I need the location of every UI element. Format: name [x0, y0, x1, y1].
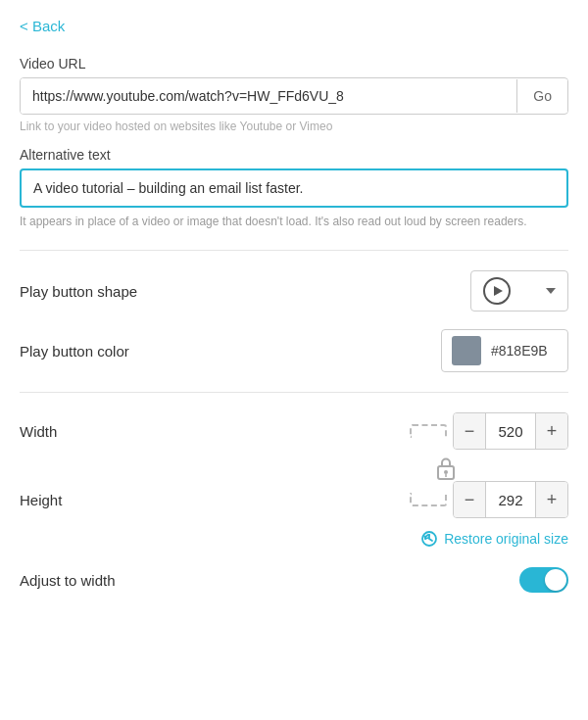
video-url-input[interactable]	[21, 78, 516, 114]
restore-icon	[420, 530, 438, 548]
chevron-down-icon	[546, 288, 556, 294]
restore-label: Restore original size	[444, 531, 568, 547]
width-increase-button[interactable]: +	[536, 413, 567, 449]
video-url-label: Video URL	[20, 56, 568, 72]
back-button[interactable]: < Back	[20, 18, 65, 34]
restore-size-button[interactable]: Restore original size	[420, 530, 568, 548]
play-circle-icon	[483, 277, 511, 305]
dashed-bracket-bottom	[410, 493, 447, 506]
height-increase-button[interactable]: +	[536, 482, 567, 517]
video-url-hint: Link to your video hosted on websites li…	[20, 120, 568, 133]
height-input[interactable]	[485, 482, 536, 517]
svg-point-1	[444, 470, 448, 474]
play-color-row: Play button color #818E9B	[20, 329, 568, 372]
divider-2	[20, 392, 568, 393]
video-url-row: Go	[20, 77, 568, 115]
alt-text-hint: It appears in place of a video or image …	[20, 213, 568, 230]
play-color-picker[interactable]: #818E9B	[441, 329, 568, 372]
restore-row: Restore original size	[20, 530, 568, 548]
go-button[interactable]: Go	[516, 79, 567, 113]
height-label: Height	[20, 492, 62, 508]
adjust-row: Adjust to width	[20, 567, 568, 593]
width-decrease-button[interactable]: −	[454, 413, 485, 449]
play-shape-dropdown[interactable]	[470, 270, 568, 312]
play-triangle-icon	[494, 286, 503, 296]
lock-icon	[435, 456, 457, 481]
alt-text-input[interactable]	[20, 168, 568, 208]
alt-text-label: Alternative text	[20, 147, 568, 163]
play-color-label: Play button color	[20, 343, 129, 360]
divider-1	[20, 250, 568, 251]
width-control: − +	[453, 412, 568, 450]
color-hex-value: #818E9B	[491, 343, 548, 359]
width-label: Width	[20, 423, 57, 440]
height-control: − +	[453, 481, 568, 518]
adjust-toggle[interactable]	[519, 567, 568, 593]
lock-connector	[427, 456, 465, 481]
toggle-knob	[545, 569, 566, 591]
dashed-bracket-top	[410, 424, 447, 438]
adjust-label: Adjust to width	[20, 572, 116, 589]
dimensions-section: Width − +	[20, 412, 568, 548]
play-shape-row: Play button shape	[20, 270, 568, 312]
play-shape-label: Play button shape	[20, 283, 137, 300]
color-swatch	[452, 336, 481, 365]
width-input[interactable]	[485, 413, 536, 449]
height-decrease-button[interactable]: −	[454, 482, 485, 517]
